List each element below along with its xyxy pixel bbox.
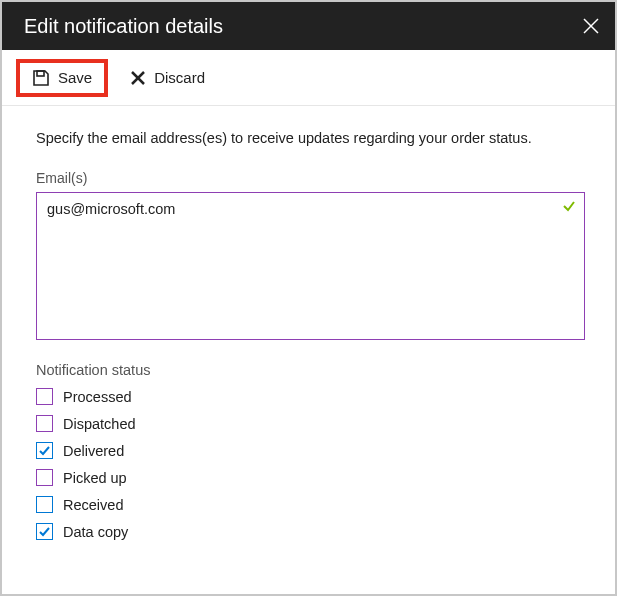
- toolbar: Save Discard: [2, 50, 615, 106]
- save-button[interactable]: Save: [16, 59, 108, 97]
- checkbox-box[interactable]: [36, 442, 53, 459]
- discard-button[interactable]: Discard: [124, 63, 211, 92]
- status-checkbox-data-copy[interactable]: Data copy: [36, 523, 585, 540]
- checkbox-label: Dispatched: [63, 416, 136, 432]
- svg-rect-2: [37, 71, 44, 76]
- save-icon: [32, 69, 50, 87]
- checkbox-box[interactable]: [36, 415, 53, 432]
- discard-icon: [130, 70, 146, 86]
- checkbox-box[interactable]: [36, 496, 53, 513]
- checkbox-label: Delivered: [63, 443, 124, 459]
- checkbox-label: Received: [63, 497, 123, 513]
- panel-title: Edit notification details: [24, 15, 223, 38]
- panel: Edit notification details Save: [0, 0, 617, 596]
- content-area: Specify the email address(es) to receive…: [2, 106, 615, 540]
- checkbox-box[interactable]: [36, 469, 53, 486]
- status-checkbox-received[interactable]: Received: [36, 496, 585, 513]
- close-icon[interactable]: [583, 18, 599, 34]
- status-checkbox-picked-up[interactable]: Picked up: [36, 469, 585, 486]
- checkbox-label: Picked up: [63, 470, 127, 486]
- save-button-label: Save: [58, 69, 92, 86]
- panel-header: Edit notification details: [2, 2, 615, 50]
- emails-label: Email(s): [36, 170, 585, 186]
- checkbox-label: Data copy: [63, 524, 128, 540]
- emails-input[interactable]: gus@microsoft.com: [36, 192, 585, 340]
- description-text: Specify the email address(es) to receive…: [36, 130, 585, 146]
- status-checkbox-processed[interactable]: Processed: [36, 388, 585, 405]
- discard-button-label: Discard: [154, 69, 205, 86]
- checkbox-box[interactable]: [36, 523, 53, 540]
- emails-value: gus@microsoft.com: [47, 201, 574, 217]
- status-checkbox-list: ProcessedDispatchedDeliveredPicked upRec…: [36, 388, 585, 540]
- status-heading: Notification status: [36, 362, 585, 378]
- checkbox-label: Processed: [63, 389, 132, 405]
- status-checkbox-dispatched[interactable]: Dispatched: [36, 415, 585, 432]
- status-checkbox-delivered[interactable]: Delivered: [36, 442, 585, 459]
- valid-check-icon: [562, 199, 576, 217]
- checkbox-box[interactable]: [36, 388, 53, 405]
